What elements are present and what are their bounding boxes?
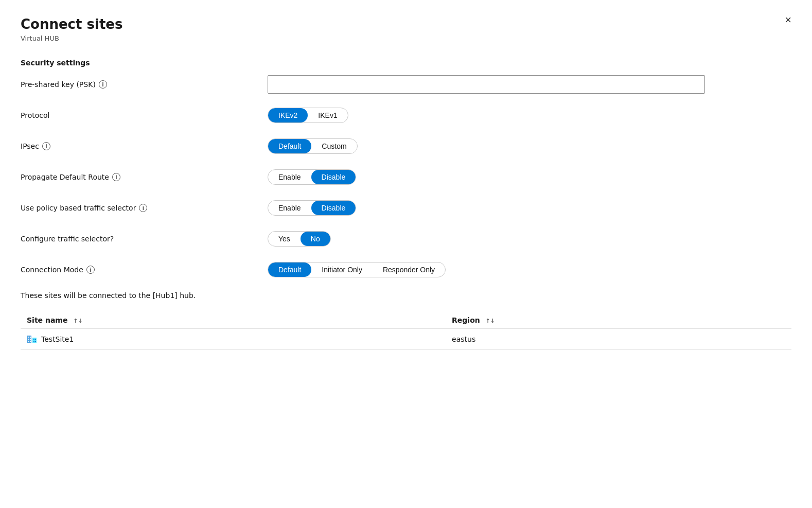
protocol-label: Protocol: [21, 111, 268, 119]
propagate-info-icon[interactable]: i: [112, 173, 120, 181]
close-button[interactable]: ×: [781, 12, 796, 28]
configure-traffic-yes-btn[interactable]: Yes: [268, 232, 301, 246]
psk-label: Pre-shared key (PSK) i: [21, 80, 268, 89]
configure-traffic-no-btn[interactable]: No: [301, 232, 330, 246]
policy-based-control: Enable Disable: [268, 200, 791, 216]
psk-input[interactable]: [268, 75, 705, 94]
ipsec-toggle-group: Default Custom: [268, 138, 358, 154]
site-name-value: TestSite1: [41, 335, 74, 343]
propagate-control: Enable Disable: [268, 169, 791, 185]
psk-row: Pre-shared key (PSK) i: [21, 75, 791, 94]
site-icon: [27, 334, 37, 344]
svg-rect-4: [28, 339, 29, 340]
svg-rect-10: [33, 341, 34, 342]
site-name-column-header: Site name ↑↓: [21, 312, 446, 329]
configure-traffic-control: Yes No: [268, 231, 791, 247]
propagate-enable-btn[interactable]: Enable: [268, 170, 311, 184]
configure-traffic-row: Configure traffic selector? Yes No: [21, 230, 791, 248]
region-cell: eastus: [446, 329, 791, 350]
policy-based-info-icon[interactable]: i: [139, 204, 147, 212]
table-row[interactable]: TestSite1 eastus: [21, 329, 791, 350]
policy-based-enable-btn[interactable]: Enable: [268, 201, 311, 215]
policy-based-row: Use policy based traffic selector i Enab…: [21, 199, 791, 217]
security-settings-label: Security settings: [21, 59, 791, 67]
panel-header: Connect sites Virtual HUB: [21, 16, 791, 42]
protocol-ikev1-btn[interactable]: IKEv1: [308, 108, 347, 122]
ipsec-info-icon[interactable]: i: [42, 142, 50, 150]
svg-rect-3: [30, 337, 31, 338]
connection-mode-info-icon[interactable]: i: [86, 266, 95, 274]
svg-rect-6: [28, 341, 29, 342]
configure-traffic-toggle-group: Yes No: [268, 231, 331, 247]
hub-info-text: These sites will be connected to the [Hu…: [21, 291, 791, 300]
svg-rect-2: [28, 337, 29, 338]
protocol-ikev2-btn[interactable]: IKEv2: [268, 108, 308, 122]
propagate-disable-btn[interactable]: Disable: [311, 170, 356, 184]
psk-info-icon[interactable]: i: [99, 80, 107, 89]
page-subtitle: Virtual HUB: [21, 34, 791, 42]
protocol-toggle-group: IKEv2 IKEv1: [268, 108, 348, 123]
ipsec-label: IPsec i: [21, 142, 268, 150]
connection-mode-initiator-btn[interactable]: Initiator Only: [311, 262, 373, 277]
connection-mode-responder-btn[interactable]: Responder Only: [373, 262, 445, 277]
svg-rect-7: [30, 341, 31, 342]
site-name-cell: TestSite1: [21, 329, 446, 350]
svg-rect-8: [33, 339, 34, 340]
svg-rect-9: [35, 339, 36, 340]
connection-mode-label: Connection Mode i: [21, 266, 268, 274]
psk-control: [268, 75, 791, 94]
svg-rect-11: [35, 341, 36, 342]
protocol-row: Protocol IKEv2 IKEv1: [21, 106, 791, 125]
connection-mode-control: Default Initiator Only Responder Only: [268, 262, 791, 277]
policy-based-disable-btn[interactable]: Disable: [311, 201, 356, 215]
ipsec-default-btn[interactable]: Default: [268, 139, 311, 153]
connect-sites-panel: × Connect sites Virtual HUB Security set…: [0, 0, 812, 508]
sites-table: Site name ↑↓ Region ↑↓: [21, 312, 791, 350]
svg-rect-5: [30, 339, 31, 340]
connection-mode-toggle-group: Default Initiator Only Responder Only: [268, 262, 446, 277]
connection-mode-row: Connection Mode i Default Initiator Only…: [21, 260, 791, 279]
region-value: eastus: [452, 335, 475, 343]
region-sort-icon[interactable]: ↑↓: [486, 318, 495, 324]
region-column-header: Region ↑↓: [446, 312, 791, 329]
policy-based-toggle-group: Enable Disable: [268, 200, 356, 216]
policy-based-label: Use policy based traffic selector i: [21, 204, 268, 212]
table-header-row: Site name ↑↓ Region ↑↓: [21, 312, 791, 329]
propagate-label: Propagate Default Route i: [21, 173, 268, 181]
protocol-control: IKEv2 IKEv1: [268, 108, 791, 123]
svg-rect-1: [32, 338, 37, 343]
ipsec-custom-btn[interactable]: Custom: [311, 139, 357, 153]
site-name-sort-icon[interactable]: ↑↓: [73, 318, 82, 324]
propagate-toggle-group: Enable Disable: [268, 169, 356, 185]
configure-traffic-label: Configure traffic selector?: [21, 235, 268, 243]
propagate-row: Propagate Default Route i Enable Disable: [21, 168, 791, 186]
page-title: Connect sites: [21, 16, 791, 32]
connection-mode-default-btn[interactable]: Default: [268, 262, 311, 277]
ipsec-control: Default Custom: [268, 138, 791, 154]
ipsec-row: IPsec i Default Custom: [21, 137, 791, 155]
